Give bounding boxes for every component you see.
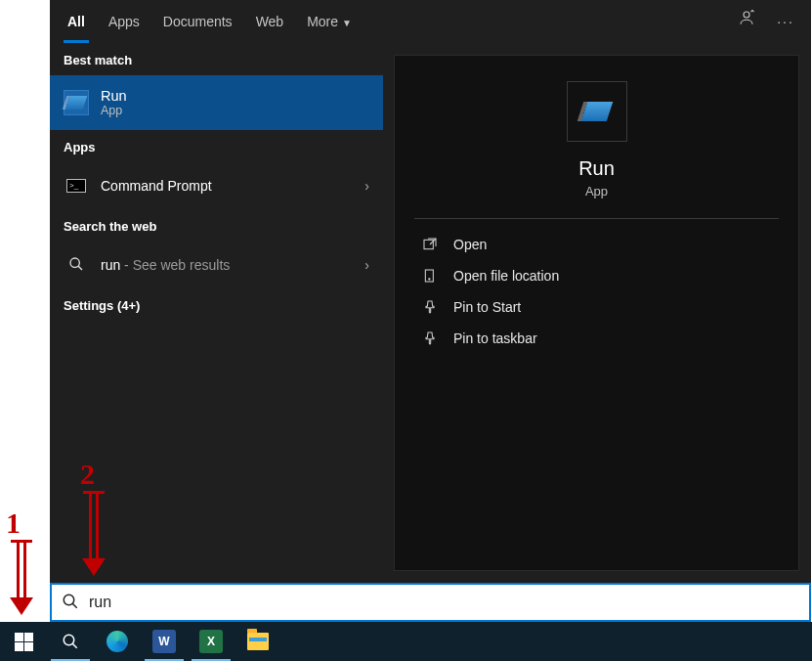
search-icon (62, 593, 79, 613)
svg-line-2 (78, 266, 82, 270)
taskbar-word[interactable]: W (141, 622, 188, 661)
pin-icon (422, 299, 438, 315)
desktop-gutter (0, 0, 50, 622)
action-label: Open (453, 237, 487, 252)
taskbar: W X (0, 622, 812, 661)
search-box[interactable] (50, 583, 811, 622)
svg-rect-3 (424, 240, 433, 248)
preview-subtitle: App (585, 184, 608, 198)
search-icon (64, 256, 89, 275)
divider (414, 218, 779, 219)
result-title: Run (101, 88, 127, 104)
chevron-down-icon: ▼ (342, 18, 352, 28)
chevron-right-icon: › (364, 178, 369, 194)
action-open[interactable]: Open (395, 229, 798, 260)
search-tabs: All Apps Documents Web More▼ ··· (50, 0, 811, 43)
action-label: Pin to taskbar (453, 330, 537, 346)
action-pin-to-start[interactable]: Pin to Start (395, 291, 798, 323)
more-options-icon[interactable]: ··· (766, 0, 805, 43)
action-label: Pin to Start (453, 299, 521, 315)
chevron-right-icon: › (364, 257, 369, 273)
taskbar-file-explorer[interactable] (235, 622, 281, 661)
section-settings[interactable]: Settings (4+) (50, 288, 383, 321)
action-open-file-location[interactable]: Open file location (395, 260, 798, 291)
tab-more[interactable]: More▼ (295, 0, 363, 43)
taskbar-search-button[interactable] (47, 622, 94, 661)
tab-all[interactable]: All (56, 0, 97, 43)
windows-logo-icon (15, 633, 33, 651)
result-subtitle: App (101, 104, 127, 117)
folder-icon (247, 633, 269, 650)
preview-title: Run (578, 157, 615, 180)
tab-documents[interactable]: Documents (151, 0, 244, 43)
preview-app-icon (567, 81, 627, 142)
svg-line-9 (72, 643, 77, 648)
svg-point-1 (70, 258, 79, 267)
svg-line-7 (72, 603, 77, 608)
action-pin-to-taskbar[interactable]: Pin to taskbar (395, 323, 798, 354)
section-apps: Apps (50, 130, 383, 162)
taskbar-excel[interactable]: X (188, 622, 235, 661)
word-icon: W (152, 630, 176, 653)
tab-web[interactable]: Web (244, 0, 296, 43)
svg-point-0 (744, 12, 749, 18)
terminal-icon: >_ (64, 173, 89, 198)
section-best-match: Best match (50, 43, 383, 75)
result-run-app[interactable]: Run App (50, 75, 383, 130)
feedback-icon[interactable] (727, 0, 766, 43)
preview-pane: Run App Open Open file location Pin to S… (394, 55, 799, 571)
tab-apps[interactable]: Apps (97, 0, 151, 43)
result-title: Command Prompt (101, 178, 212, 194)
result-title: run - See web results (101, 257, 230, 273)
result-command-prompt[interactable]: >_ Command Prompt › (50, 162, 383, 209)
taskbar-edge[interactable] (94, 622, 141, 661)
search-input[interactable] (89, 594, 799, 611)
open-icon (422, 237, 438, 252)
run-icon (64, 90, 89, 115)
start-button[interactable] (0, 622, 47, 661)
folder-icon (422, 268, 438, 284)
start-search-panel: All Apps Documents Web More▼ ··· Best ma… (50, 0, 811, 583)
section-search-web: Search the web (50, 209, 383, 242)
action-label: Open file location (453, 268, 559, 284)
svg-point-6 (64, 595, 74, 605)
svg-point-8 (64, 635, 74, 645)
result-web-search[interactable]: run - See web results › (50, 242, 383, 288)
excel-icon: X (199, 630, 223, 653)
pin-icon (422, 330, 438, 346)
results-column: Best match Run App Apps >_ Command Promp… (50, 43, 383, 583)
svg-point-5 (429, 279, 430, 280)
search-icon (62, 633, 79, 650)
edge-icon (107, 631, 128, 652)
